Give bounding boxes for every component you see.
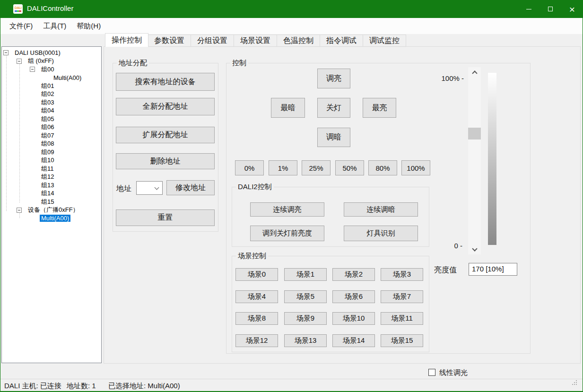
scene-13-button[interactable]: 场景13 bbox=[284, 334, 327, 347]
dim-down-button[interactable]: 调暗 bbox=[317, 128, 350, 147]
tree-item-dali-usb[interactable]: DALI USB(0001) bbox=[2, 49, 101, 57]
scene-0-button[interactable]: 场景0 bbox=[235, 268, 278, 281]
recall-pre-off-brightness-button[interactable]: 调到关灯前亮度 bbox=[250, 226, 324, 241]
tree-item-group04[interactable]: 组04 bbox=[2, 107, 101, 115]
scene-7-button[interactable]: 场景7 bbox=[381, 290, 423, 303]
percent-1-button[interactable]: 1% bbox=[269, 160, 297, 175]
reset-button[interactable]: 重置 bbox=[116, 209, 215, 226]
light-off-button[interactable]: 关灯 bbox=[317, 98, 350, 118]
tree-item-group08[interactable]: 组08 bbox=[2, 140, 101, 148]
menu-file[interactable]: 文件(F) bbox=[4, 19, 38, 34]
linear-dimming-label: 线性调光 bbox=[439, 368, 468, 377]
minimize-icon bbox=[526, 9, 531, 9]
scene-15-button[interactable]: 场景15 bbox=[381, 334, 423, 347]
tab-debug-monitor[interactable]: 调试监控 bbox=[363, 35, 406, 47]
tab-operation-control[interactable]: 操作控制 bbox=[105, 33, 148, 47]
tab-command-debug[interactable]: 指令调试 bbox=[320, 35, 363, 47]
tree-item-group14[interactable]: 组14 bbox=[2, 190, 101, 198]
tree-item-group10[interactable]: 组10 bbox=[2, 157, 101, 165]
window-border-left bbox=[0, 18, 0, 392]
assign-extend-address-button[interactable]: 扩展分配地址 bbox=[116, 127, 215, 143]
scene-8-button[interactable]: 场景8 bbox=[235, 312, 278, 325]
tree-item-group15[interactable]: 组15 bbox=[2, 198, 101, 206]
tree-item-multi-a00[interactable]: Multi(A00) bbox=[2, 74, 101, 82]
status-host-connection: DALI 主机: 已连接 bbox=[4, 382, 61, 391]
scene-6-button[interactable]: 场景6 bbox=[332, 290, 375, 303]
tree-item-multi-a00-selected[interactable]: Multi(A00) bbox=[2, 214, 101, 223]
close-button[interactable]: × bbox=[561, 0, 583, 18]
tab-grouping-settings[interactable]: 分组设置 bbox=[191, 35, 234, 47]
status-selected-address: 已选择地址: Multi(A00) bbox=[108, 382, 180, 391]
delete-address-button[interactable]: 删除地址 bbox=[116, 153, 215, 169]
continuous-dim-up-button[interactable]: 连续调亮 bbox=[250, 202, 324, 217]
percent-50-button[interactable]: 50% bbox=[335, 160, 364, 175]
tree-item-group00[interactable]: 组00 bbox=[2, 65, 101, 74]
menu-tools[interactable]: 工具(T) bbox=[38, 19, 71, 34]
minimize-button[interactable] bbox=[518, 0, 539, 18]
percent-0-button[interactable]: 0% bbox=[235, 160, 264, 175]
address-combobox[interactable] bbox=[136, 181, 163, 195]
title-bar: DALI DALIController × bbox=[0, 0, 583, 18]
menu-bar: 文件(F) 工具(T) 帮助(H) bbox=[0, 18, 583, 34]
app-window: DALI DALIController × 文件(F) 工具(T) 帮助(H) … bbox=[0, 0, 583, 392]
brightness-scrollbar[interactable] bbox=[468, 67, 481, 254]
tree-item-group05[interactable]: 组05 bbox=[2, 115, 101, 123]
dali2-control-group-title: DALI2控制 bbox=[236, 183, 274, 192]
dim-up-button[interactable]: 调亮 bbox=[317, 69, 350, 88]
luminaire-identify-button[interactable]: 灯具识别 bbox=[344, 226, 418, 241]
app-icon: DALI bbox=[13, 4, 23, 14]
tree-item-group09[interactable]: 组09 bbox=[2, 148, 101, 157]
scene-14-button[interactable]: 场景14 bbox=[332, 334, 375, 347]
tree-collapse-icon[interactable] bbox=[3, 50, 9, 55]
chevron-down-icon bbox=[155, 185, 159, 190]
maximize-button[interactable] bbox=[539, 0, 561, 18]
tree-item-group02[interactable]: 组02 bbox=[2, 90, 101, 99]
percent-25-button[interactable]: 25% bbox=[302, 160, 331, 175]
scene-9-button[interactable]: 场景9 bbox=[284, 312, 327, 325]
brightness-value-label: 亮度值 bbox=[434, 265, 457, 275]
scene-11-button[interactable]: 场景11 bbox=[381, 312, 423, 325]
app-logo-text: DALI bbox=[15, 6, 21, 10]
min-brightness-button[interactable]: 最暗 bbox=[271, 98, 305, 118]
resize-grip-icon[interactable] bbox=[576, 384, 577, 385]
tree-item-device-broadcast[interactable]: 设备（广播0xFF） bbox=[2, 206, 101, 215]
tab-bar: 操作控制 参数设置 分组设置 场景设置 色温控制 指令调试 调试监控 bbox=[105, 33, 406, 47]
search-addressed-devices-button[interactable]: 搜索有地址的设备 bbox=[116, 73, 215, 91]
tree-item-group11[interactable]: 组11 bbox=[2, 165, 101, 173]
tab-scene-settings[interactable]: 场景设置 bbox=[234, 35, 277, 47]
scene-10-button[interactable]: 场景10 bbox=[332, 312, 375, 325]
tree-item-group06[interactable]: 组06 bbox=[2, 123, 101, 132]
brightness-gradient-bar bbox=[488, 73, 496, 245]
percent-80-button[interactable]: 80% bbox=[368, 160, 397, 175]
tree-item-group12[interactable]: 组12 bbox=[2, 173, 101, 182]
tree-item-group07[interactable]: 组07 bbox=[2, 131, 101, 140]
modify-address-button[interactable]: 修改地址 bbox=[166, 180, 215, 195]
window-title: DALIController bbox=[27, 4, 73, 12]
scene-1-button[interactable]: 场景1 bbox=[284, 268, 327, 281]
max-brightness-button[interactable]: 最亮 bbox=[363, 98, 396, 118]
scene-5-button[interactable]: 场景5 bbox=[284, 290, 327, 303]
address-assign-group-title: 地址分配 bbox=[117, 59, 149, 68]
close-icon: × bbox=[569, 4, 575, 14]
continuous-dim-down-button[interactable]: 连续调暗 bbox=[344, 202, 418, 217]
scene-2-button[interactable]: 场景2 bbox=[332, 268, 375, 281]
assign-new-address-button[interactable]: 全新分配地址 bbox=[116, 98, 215, 115]
tab-color-temp-control[interactable]: 色温控制 bbox=[277, 35, 320, 47]
tree-item-group-root[interactable]: 组 (0xFF) bbox=[2, 57, 101, 66]
scene-3-button[interactable]: 场景3 bbox=[381, 268, 423, 281]
tree-collapse-icon[interactable] bbox=[30, 67, 35, 72]
scene-4-button[interactable]: 场景4 bbox=[235, 290, 278, 303]
percent-100-button[interactable]: 100% bbox=[401, 160, 430, 175]
tab-parameter-settings[interactable]: 参数设置 bbox=[148, 35, 191, 47]
menu-help[interactable]: 帮助(H) bbox=[71, 19, 106, 34]
tree-collapse-icon[interactable] bbox=[17, 59, 22, 64]
brightness-value-field[interactable]: 170 [10%] bbox=[469, 263, 517, 276]
brightness-100-label: 100% - bbox=[426, 74, 464, 82]
brightness-scrollbar-thumb[interactable] bbox=[468, 128, 481, 139]
tree-item-group13[interactable]: 组13 bbox=[2, 181, 101, 190]
tree-item-group03[interactable]: 组03 bbox=[2, 98, 101, 107]
linear-dimming-checkbox[interactable] bbox=[428, 369, 435, 376]
scene-12-button[interactable]: 场景12 bbox=[235, 334, 278, 347]
tree-item-group01[interactable]: 组01 bbox=[2, 82, 101, 90]
tree-collapse-icon[interactable] bbox=[17, 208, 22, 213]
